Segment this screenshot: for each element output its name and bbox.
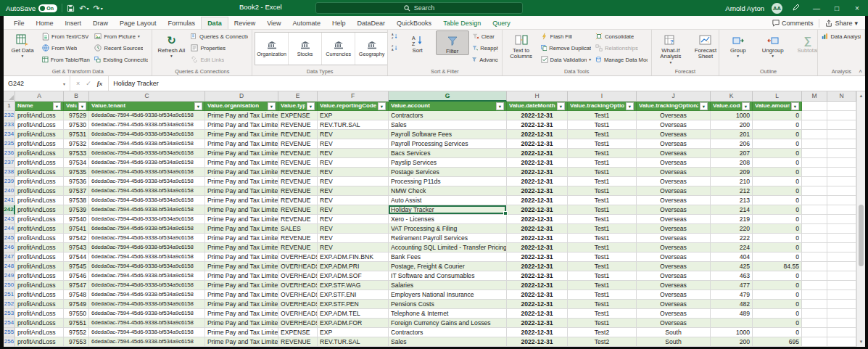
restore-button[interactable]: □ bbox=[830, 4, 843, 12]
header-cell-F1[interactable]: Value.reportingCode▾ bbox=[318, 102, 389, 111]
redo-button[interactable]: ↷▾ bbox=[93, 4, 102, 13]
cell[interactable]: EXP.ADM.SOF bbox=[318, 271, 389, 281]
cell[interactable]: Overseas bbox=[637, 319, 711, 328]
cell[interactable]: Test1 bbox=[568, 271, 637, 281]
cell[interactable] bbox=[827, 196, 856, 205]
cell[interactable]: REVENUE bbox=[278, 139, 318, 149]
cell[interactable]: REV bbox=[318, 196, 389, 205]
row-header-250[interactable]: 250 bbox=[4, 281, 15, 290]
cell[interactable]: 2022-12-31 bbox=[507, 158, 568, 168]
cell[interactable] bbox=[802, 319, 827, 328]
tab-help[interactable]: Help bbox=[326, 17, 352, 29]
cell[interactable] bbox=[802, 120, 827, 130]
cell[interactable]: profitAndLoss bbox=[15, 120, 64, 130]
cell[interactable]: OVERHEADS bbox=[278, 281, 318, 290]
cell[interactable]: REVENUE bbox=[278, 215, 318, 224]
cell[interactable]: profitAndLoss bbox=[15, 196, 64, 205]
cell[interactable]: profitAndLoss bbox=[15, 281, 64, 290]
cell[interactable]: Payroll Software Fees bbox=[389, 130, 507, 139]
cell[interactable]: Prime Pay and Tax Limited bbox=[205, 281, 278, 290]
insert-function-button[interactable]: fx bbox=[97, 80, 103, 87]
cell[interactable]: Salaries bbox=[389, 281, 507, 290]
cell[interactable]: EXPENSE bbox=[278, 328, 318, 337]
cell[interactable]: Overseas bbox=[637, 262, 711, 271]
cell[interactable]: 6deda0ac-7594-45d6-9338-bf534a9c6158 bbox=[89, 328, 205, 337]
cell[interactable]: Test1 bbox=[568, 111, 637, 120]
cell[interactable]: 0 bbox=[753, 243, 802, 252]
cell[interactable]: 0 bbox=[753, 149, 802, 158]
cell[interactable]: Prime Pay and Tax Limited bbox=[205, 319, 278, 328]
cell[interactable]: Accounting SQL Limited - Transfer Pricin… bbox=[389, 243, 507, 252]
row-header-254[interactable]: 254 bbox=[4, 319, 15, 328]
cell[interactable]: Auto Assist bbox=[389, 196, 507, 205]
header-cell-I1[interactable]: Value.trackingOption▾ bbox=[568, 102, 637, 111]
row-header-240[interactable]: 240 bbox=[4, 186, 15, 196]
cell[interactable]: profitAndLoss bbox=[15, 205, 64, 215]
cell[interactable]: 6deda0ac-7594-45d6-9338-bf534a9c6158 bbox=[89, 281, 205, 290]
cell[interactable] bbox=[802, 243, 827, 252]
cell[interactable]: 97551 bbox=[64, 319, 89, 328]
column-header-J[interactable]: J bbox=[637, 91, 711, 102]
cell[interactable]: 2022-12-31 bbox=[507, 168, 568, 177]
row-header-245[interactable]: 245 bbox=[4, 234, 15, 243]
cell[interactable]: 2022-12-31 bbox=[507, 243, 568, 252]
cell[interactable]: profitAndLoss bbox=[15, 177, 64, 186]
cell[interactable] bbox=[802, 300, 827, 309]
cell[interactable]: 97534 bbox=[64, 158, 89, 168]
cell[interactable]: 207 bbox=[711, 149, 753, 158]
from-table-range-button[interactable]: From Table/Range bbox=[41, 54, 91, 65]
cell[interactable]: Bacs Services bbox=[389, 149, 507, 158]
cell[interactable]: 2022-12-31 bbox=[507, 328, 568, 337]
cell[interactable]: profitAndLoss bbox=[15, 234, 64, 243]
cell[interactable]: IT Software and Consumables bbox=[389, 271, 507, 281]
cell[interactable] bbox=[802, 149, 827, 158]
cell[interactable]: 6deda0ac-7594-45d6-9338-bf534a9c6158 bbox=[89, 168, 205, 177]
cell[interactable]: REV bbox=[318, 139, 389, 149]
cell[interactable]: 404 bbox=[711, 252, 753, 262]
cell[interactable]: 6deda0ac-7594-45d6-9338-bf534a9c6158 bbox=[89, 120, 205, 130]
cell[interactable]: South bbox=[637, 328, 711, 337]
cell[interactable]: Test1 bbox=[568, 319, 637, 328]
cell[interactable]: 6deda0ac-7594-45d6-9338-bf534a9c6158 bbox=[89, 186, 205, 196]
cell[interactable]: profitAndLoss bbox=[15, 130, 64, 139]
cell[interactable]: REV bbox=[318, 234, 389, 243]
cell[interactable]: Prime Pay and Tax Limited bbox=[205, 243, 278, 252]
cell[interactable] bbox=[802, 328, 827, 337]
cell[interactable]: 97549 bbox=[64, 300, 89, 309]
cell[interactable]: 489 bbox=[711, 309, 753, 319]
cell[interactable]: 97552 bbox=[64, 328, 89, 337]
cell[interactable]: 2022-12-31 bbox=[507, 262, 568, 271]
cell[interactable]: 97535 bbox=[64, 168, 89, 177]
cell[interactable]: 477 bbox=[711, 281, 753, 290]
cell[interactable]: 2022-12-31 bbox=[507, 234, 568, 243]
cell[interactable]: 84.55 bbox=[753, 262, 802, 271]
cell[interactable]: 0 bbox=[753, 177, 802, 186]
cell[interactable] bbox=[711, 319, 753, 328]
cell[interactable]: Test2 bbox=[568, 328, 637, 337]
cell[interactable]: 6deda0ac-7594-45d6-9338-bf534a9c6158 bbox=[89, 111, 205, 120]
cell[interactable]: 0 bbox=[753, 168, 802, 177]
cell[interactable]: REVENUE bbox=[278, 158, 318, 168]
cell[interactable] bbox=[802, 168, 827, 177]
cell[interactable]: 0 bbox=[753, 234, 802, 243]
column-header-G[interactable]: G bbox=[389, 91, 507, 102]
cell[interactable] bbox=[827, 309, 856, 319]
cell[interactable]: Prime Pay and Tax Limited bbox=[205, 205, 278, 215]
save-button[interactable] bbox=[67, 4, 75, 12]
cell[interactable]: REVENUE bbox=[278, 149, 318, 158]
cell[interactable]: 1000 bbox=[711, 111, 753, 120]
cell[interactable]: 425 bbox=[711, 262, 753, 271]
row-header-232[interactable]: 232 bbox=[4, 111, 15, 120]
cell[interactable]: Prime Pay and Tax Limited bbox=[205, 177, 278, 186]
cell[interactable]: 97542 bbox=[64, 234, 89, 243]
cell[interactable]: 208 bbox=[711, 158, 753, 168]
cell[interactable]: 2022-12-31 bbox=[507, 319, 568, 328]
sort-button[interactable]: AZ Sort bbox=[401, 30, 434, 54]
cell[interactable]: OVERHEADS bbox=[278, 271, 318, 281]
column-header-E[interactable]: E bbox=[278, 91, 318, 102]
tab-data[interactable]: Data bbox=[201, 17, 228, 29]
cell[interactable] bbox=[827, 262, 856, 271]
column-header-H[interactable]: H bbox=[507, 91, 568, 102]
column-header-K[interactable]: K bbox=[711, 91, 753, 102]
scrollbar-thumb[interactable] bbox=[859, 205, 864, 266]
